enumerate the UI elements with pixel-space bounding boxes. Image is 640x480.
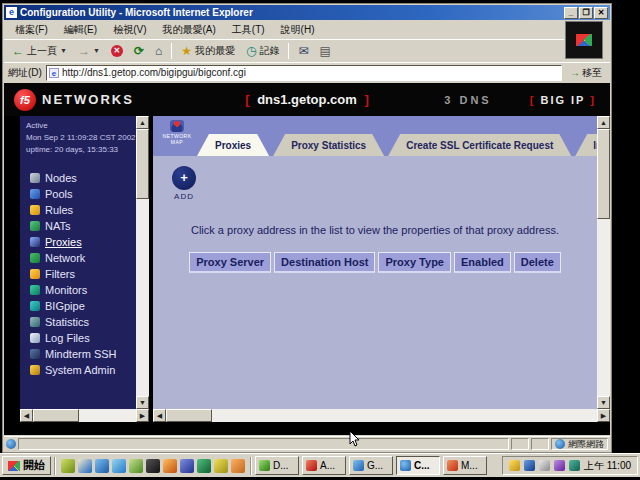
main-hscrollbar[interactable]: ◀ ▶ [153, 409, 610, 422]
history-button[interactable]: ◷ 記錄 [242, 43, 283, 59]
scroll-down-icon[interactable]: ▼ [597, 396, 610, 409]
sidebar-item-bigpipe[interactable]: BIGpipe [20, 298, 136, 314]
column-header-proxy-server[interactable]: Proxy Server [189, 252, 271, 273]
back-button[interactable]: ← 上一頁 ▼ [8, 43, 71, 59]
header-links: 3 DNS [ BIG IP ] [444, 94, 596, 106]
task-window-button-active[interactable]: C... [396, 456, 440, 475]
favorites-button[interactable]: ★ 我的最愛 [177, 43, 239, 59]
forward-dropdown-icon[interactable]: ▼ [93, 47, 100, 54]
link-bigip[interactable]: [ BIG IP ] [530, 94, 596, 106]
maximize-button[interactable]: ❐ [579, 7, 593, 19]
taskbar: 開始 D... A... G... C... M... 上午 11:00 [0, 453, 640, 477]
menu-favorites[interactable]: 我的最愛(A) [155, 22, 222, 38]
history-label: 記錄 [259, 44, 279, 58]
network-map-button[interactable]: NETWORK MAP [157, 120, 197, 145]
add-plus-icon[interactable]: + [172, 166, 196, 190]
print-button[interactable]: ▤ [316, 44, 335, 58]
go-button[interactable]: → 移至 [566, 65, 606, 81]
f5-header: f5 NETWORKS [ dns1.getop.com ] 3 DNS [ B… [4, 83, 610, 116]
minimize-button[interactable]: _ [564, 7, 578, 19]
sidebar-item-statistics[interactable]: Statistics [20, 314, 136, 330]
statistics-icon [30, 317, 40, 327]
column-header-delete[interactable]: Delete [514, 252, 561, 273]
sidebar-item-nodes[interactable]: Nodes [20, 170, 136, 186]
menu-view[interactable]: 檢視(V) [106, 22, 153, 38]
column-header-enabled[interactable]: Enabled [454, 252, 511, 273]
link-3dns[interactable]: 3 DNS [444, 94, 491, 106]
sidebar-item-mindterm-ssh[interactable]: Mindterm SSH [20, 346, 136, 362]
stop-button[interactable]: ✕ [107, 44, 127, 58]
column-header-proxy-type[interactable]: Proxy Type [378, 252, 451, 273]
scroll-right-icon[interactable]: ▶ [136, 409, 149, 422]
column-header-destination-host[interactable]: Destination Host [274, 252, 375, 273]
tray-icon[interactable] [524, 460, 535, 471]
tab-install-ssl-certificate[interactable]: Install SSL Certifi [575, 134, 597, 156]
sidebar-item-monitors[interactable]: Monitors [20, 282, 136, 298]
scrollbar-thumb[interactable] [597, 129, 610, 219]
scroll-left-icon[interactable]: ◀ [153, 409, 166, 422]
menu-tools[interactable]: 工具(T) [225, 22, 272, 38]
quick-launch-icon[interactable] [180, 459, 194, 473]
bigpipe-icon [30, 301, 40, 311]
forward-button[interactable]: → ▼ [74, 44, 104, 58]
sidebar-item-log-files[interactable]: Log Files [20, 330, 136, 346]
mail-button[interactable]: ✉ [294, 44, 312, 58]
quick-launch-icon[interactable] [163, 459, 177, 473]
sidebar-item-rules[interactable]: Rules [20, 202, 136, 218]
quick-launch-icon[interactable] [61, 459, 75, 473]
refresh-button[interactable]: ⟳ [130, 44, 148, 58]
tray-icon[interactable] [539, 460, 550, 471]
quick-launch-icon[interactable] [78, 459, 92, 473]
address-label: 網址(D) [8, 66, 42, 80]
tray-icon[interactable] [554, 460, 565, 471]
sidebar-vscrollbar[interactable]: ▲ ▼ [136, 116, 149, 409]
back-label: 上一頁 [27, 44, 57, 58]
sidebar-item-nats[interactable]: NATs [20, 218, 136, 234]
log-files-icon [30, 333, 40, 343]
sidebar-item-filters[interactable]: Filters [20, 266, 136, 282]
filters-icon [30, 269, 40, 279]
sidebar-hscrollbar[interactable]: ◀ ▶ [20, 409, 149, 422]
sidebar-item-proxies[interactable]: Proxies [20, 234, 136, 250]
close-button[interactable]: ✕ [594, 7, 608, 19]
scrollbar-thumb[interactable] [136, 129, 149, 199]
home-button[interactable]: ⌂ [151, 44, 166, 58]
tab-proxy-statistics[interactable]: Proxy Statistics [273, 134, 384, 156]
quick-launch-icon[interactable] [95, 459, 109, 473]
task-window-button[interactable]: D... [255, 456, 299, 475]
scroll-up-icon[interactable]: ▲ [136, 116, 149, 129]
history-icon: ◷ [246, 45, 256, 57]
scrollbar-thumb[interactable] [33, 409, 79, 422]
tab-create-ssl-certificate-request[interactable]: Create SSL Certificate Request [388, 134, 571, 156]
toolbar-separator [288, 43, 289, 59]
start-button[interactable]: 開始 [2, 456, 51, 475]
scroll-right-icon[interactable]: ▶ [597, 409, 610, 422]
sidebar-item-pools[interactable]: Pools [20, 186, 136, 202]
tray-icon[interactable] [569, 460, 580, 471]
tray-icon[interactable] [509, 460, 520, 471]
tab-proxies[interactable]: Proxies [197, 134, 269, 156]
back-dropdown-icon[interactable]: ▼ [60, 47, 67, 54]
quick-launch-icon[interactable] [197, 459, 211, 473]
task-window-button[interactable]: M... [443, 456, 487, 475]
address-input[interactable] [62, 67, 559, 78]
menu-help[interactable]: 說明(H) [274, 22, 322, 38]
task-window-button[interactable]: A... [302, 456, 346, 475]
quick-launch-icon[interactable] [231, 459, 245, 473]
task-window-button[interactable]: G... [349, 456, 393, 475]
quick-launch-icon[interactable] [112, 459, 126, 473]
menu-edit[interactable]: 編輯(E) [57, 22, 104, 38]
main-vscrollbar[interactable]: ▲ ▼ [597, 116, 610, 409]
ie-globe-icon [6, 439, 16, 449]
add-button[interactable]: + ADD [169, 166, 199, 201]
sidebar-item-system-admin[interactable]: System Admin [20, 362, 136, 378]
quick-launch-icon[interactable] [214, 459, 228, 473]
scroll-down-icon[interactable]: ▼ [136, 396, 149, 409]
sidebar-item-network[interactable]: Network [20, 250, 136, 266]
menu-file[interactable]: 檔案(F) [8, 22, 55, 38]
quick-launch-icon[interactable] [146, 459, 160, 473]
scrollbar-thumb[interactable] [166, 409, 212, 422]
quick-launch-icon[interactable] [129, 459, 143, 473]
scroll-up-icon[interactable]: ▲ [597, 116, 610, 129]
scroll-left-icon[interactable]: ◀ [20, 409, 33, 422]
